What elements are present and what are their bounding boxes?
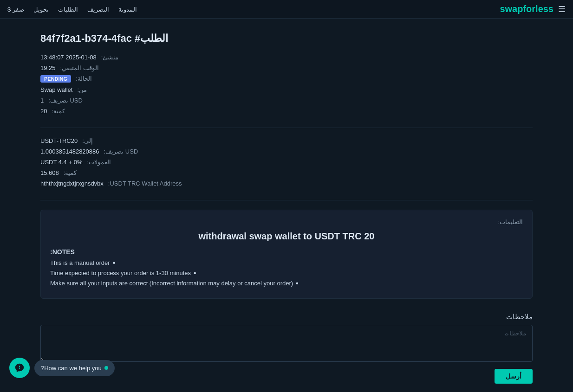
remaining-time-value: 19:25 bbox=[40, 64, 56, 71]
notes-textarea[interactable] bbox=[40, 325, 533, 362]
brand-logo[interactable]: swapforless bbox=[500, 4, 553, 14]
nav-item-zero[interactable]: صفر $ bbox=[7, 6, 24, 13]
amount-from-label: كمية: bbox=[52, 108, 65, 115]
usd-rate-to-value: 1.0003851482820886 bbox=[40, 148, 99, 155]
to-currency-value: USDT-TRC20 bbox=[40, 137, 78, 144]
amount-from-value: 20 bbox=[40, 108, 47, 115]
chat-widget: How can we help you? bbox=[9, 358, 115, 378]
fees-label: العمولات: bbox=[87, 159, 111, 166]
instructions-box: التعليمات: withdrawal swap wallet to USD… bbox=[40, 210, 533, 299]
fees-row: العمولات: USDT 4.4 + 0% bbox=[40, 159, 533, 166]
status-row: الحالة: PENDING bbox=[40, 75, 533, 83]
usd-rate-from-value: 1 bbox=[40, 97, 44, 104]
order-title-id: 84f7f2a1-b374-4fac bbox=[40, 32, 132, 44]
fees-value: USDT 4.4 + 0% bbox=[40, 159, 82, 166]
nav-menu: المدونة التصريف الطلبات تحويل صفر $ bbox=[7, 6, 137, 13]
remaining-time-row: الوقت المتبقي: 19:25 bbox=[40, 64, 533, 71]
usd-rate-from-label: USD تصريف: bbox=[48, 97, 83, 104]
instructions-title: withdrawal swap wallet to USDT TRC 20 bbox=[50, 231, 523, 242]
status-badge: PENDING bbox=[40, 75, 71, 83]
wallet-address-value: hththxjtngdxtjrxgnsdvbx bbox=[40, 180, 104, 187]
amount-from-row: كمية: 20 bbox=[40, 108, 533, 115]
order-from-section: منشئ: 2025-01-08 13:48:07 الوقت المتبقي:… bbox=[40, 54, 533, 128]
order-title-prefix: الطلب# bbox=[135, 32, 168, 44]
order-to-section: إلى: USDT-TRC20 USD تصريف: 1.00038514828… bbox=[40, 137, 533, 200]
from-label: من: bbox=[77, 86, 87, 93]
chat-bubble-dot bbox=[104, 366, 108, 370]
usd-rate-from-row: USD تصريف: 1 bbox=[40, 97, 533, 104]
created-row: منشئ: 2025-01-08 13:48:07 bbox=[40, 54, 533, 61]
from-row: من: Swap wallet bbox=[40, 86, 533, 93]
created-label: منشئ: bbox=[101, 54, 119, 61]
nav-item-transfer[interactable]: تحويل bbox=[33, 6, 49, 13]
status-label: الحالة: bbox=[76, 75, 92, 82]
notes-section: ملاحظات bbox=[40, 313, 533, 363]
nav-item-orders[interactable]: الطلبات bbox=[58, 6, 78, 13]
amount-to-row: كمية: 15.608 bbox=[40, 169, 533, 176]
nav-item-exchange[interactable]: التصريف bbox=[87, 6, 109, 13]
amount-to-label: كمية: bbox=[64, 169, 77, 176]
wallet-address-row: USDT TRC Wallet Address: hththxjtngdxtjr… bbox=[40, 180, 533, 187]
notes-section-label: ملاحظات bbox=[40, 313, 533, 321]
send-button[interactable]: أرسل bbox=[495, 369, 533, 384]
remaining-time-label: الوقت المتبقي: bbox=[60, 64, 99, 71]
main-content: الطلب# 84f7f2a1-b374-4fac منشئ: 2025-01-… bbox=[31, 32, 542, 384]
from-value: Swap wallet bbox=[40, 86, 72, 93]
menu-icon[interactable]: ☰ bbox=[558, 4, 566, 14]
note-item-3: Make sure all your inputs are correct (I… bbox=[50, 280, 523, 287]
navbar: ☰ swapforless المدونة التصريف الطلبات تح… bbox=[0, 0, 573, 19]
chat-bubble[interactable]: How can we help you? bbox=[34, 360, 115, 376]
note-item-2: Time expected to process your order is 1… bbox=[50, 270, 523, 277]
chat-bubble-text: How can we help you? bbox=[41, 365, 102, 372]
notes-label: NOTES: bbox=[50, 248, 523, 256]
instructions-header: التعليمات: bbox=[50, 218, 523, 225]
created-value: 2025-01-08 13:48:07 bbox=[40, 54, 97, 61]
page-title: الطلب# 84f7f2a1-b374-4fac bbox=[40, 32, 533, 45]
chat-icon-button[interactable] bbox=[9, 358, 30, 378]
usd-rate-to-label: USD تصريف: bbox=[104, 148, 138, 155]
wallet-address-label: USDT TRC Wallet Address: bbox=[108, 180, 182, 187]
note-item-1: This is a manual order bbox=[50, 259, 523, 267]
nav-item-blog[interactable]: المدونة bbox=[118, 6, 137, 13]
usd-rate-to-row: USD تصريف: 1.0003851482820886 bbox=[40, 148, 533, 155]
to-currency-row: إلى: USDT-TRC20 bbox=[40, 137, 533, 144]
chat-support-icon bbox=[14, 363, 25, 373]
amount-to-value: 15.608 bbox=[40, 169, 59, 176]
to-label: إلى: bbox=[82, 137, 93, 144]
notes-list: This is a manual order Time expected to … bbox=[50, 259, 523, 287]
